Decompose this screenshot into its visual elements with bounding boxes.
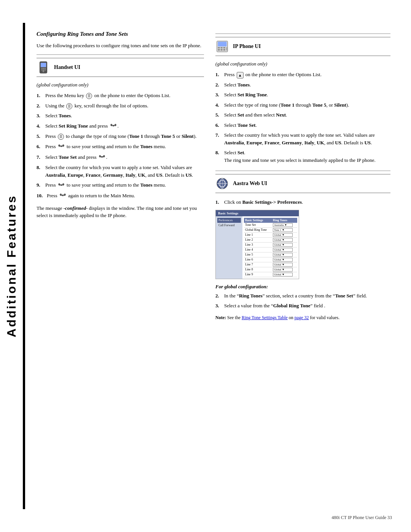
table-cell-label: Line 6 bbox=[244, 257, 272, 262]
handset-press-icon-4 bbox=[110, 123, 117, 130]
handset-step-10: 10. Press again to return to the Main Me… bbox=[37, 192, 204, 200]
table-cell-label: Line 7 bbox=[244, 262, 272, 267]
table-cell-label: Line 4 bbox=[244, 247, 272, 252]
table-cell-label: Tone Set bbox=[244, 223, 272, 228]
note-block: Note: See the Ring Tone Settings Table o… bbox=[215, 314, 390, 321]
web-screenshot-body: Preferences Call Forward Basic Settings … bbox=[216, 216, 299, 279]
table-cell-value: Global ▼ bbox=[272, 267, 297, 272]
handset-config-note: (global configuration only) bbox=[37, 82, 204, 88]
table-cell-label: Line 3 bbox=[244, 242, 272, 247]
table-row: Line 8 Global ▼ bbox=[244, 267, 297, 272]
table-cell-label: Line 2 bbox=[244, 237, 272, 242]
aastra-step-3: 3. Select a value from the “Global Ring … bbox=[215, 302, 390, 310]
table-cell-label: Global Ring Tone bbox=[244, 227, 272, 232]
svg-rect-8 bbox=[45, 70, 45, 70]
ip-phone-device-icon bbox=[216, 40, 228, 53]
ip-step-2: 2. Select Tones. bbox=[215, 81, 390, 89]
handset-message-block: The message -confirmed- displays in the … bbox=[37, 204, 204, 219]
handset-device-icon bbox=[37, 61, 49, 73]
table-cell-value: Tone 1 ▼ bbox=[272, 227, 297, 232]
svg-rect-15 bbox=[218, 42, 226, 46]
section-title: Configuring Ring Tones and Tone Sets bbox=[37, 30, 204, 38]
ring-tone-settings-link[interactable]: Ring Tone Settings Table bbox=[242, 315, 288, 320]
ip-phone-steps-list: 1. Press ▲ on the phone to enter the Opt… bbox=[215, 71, 390, 164]
svg-point-2 bbox=[43, 70, 45, 72]
svg-rect-13 bbox=[62, 195, 64, 196]
aastra-device-icon bbox=[216, 177, 228, 190]
table-header-settings: Basic Settings bbox=[244, 218, 272, 223]
options-icon: ▲ bbox=[237, 72, 244, 78]
svg-rect-12 bbox=[61, 184, 62, 186]
ip-step-5: 5. Select Set and then select Next. bbox=[215, 111, 390, 119]
handset-step-7: 7. Select Tone Set and press . bbox=[37, 153, 204, 161]
divider-aastra bbox=[215, 171, 390, 171]
svg-rect-4 bbox=[43, 68, 44, 69]
table-cell-label: Line 9 bbox=[244, 272, 272, 277]
nav-key-icon: ☰ bbox=[66, 103, 72, 109]
aastra-web-ui-header: Aastra Web UI bbox=[215, 174, 390, 193]
page-container: Additional Features Configuring Ring Ton… bbox=[0, 0, 411, 532]
svg-rect-9 bbox=[113, 125, 114, 126]
svg-rect-20 bbox=[221, 49, 223, 51]
ip-step-3: 3. Select Set Ring Tone. bbox=[215, 91, 390, 99]
table-row: Line 4 Global ▼ bbox=[244, 247, 297, 252]
web-screenshot-header: Basic Settings bbox=[216, 210, 299, 216]
table-cell-value: Global ▼ bbox=[272, 262, 297, 267]
ip-step-7: 7. Select the country for which you want… bbox=[215, 131, 390, 146]
handset-ui-title: Handset UI bbox=[54, 64, 80, 70]
svg-rect-18 bbox=[223, 47, 225, 49]
aastra-steps-before: 1. Click on Basic Settings-> Preferences… bbox=[215, 198, 390, 206]
handset-ui-icon bbox=[37, 61, 50, 74]
handset-step-2: 2. Using the ☰ key, scroll through the l… bbox=[37, 102, 204, 110]
handset-step-1: 1. Press the Menu key ☰ on the phone to … bbox=[37, 92, 204, 99]
svg-rect-5 bbox=[45, 68, 45, 69]
nav-call-forward: Call Forward bbox=[217, 223, 241, 228]
handset-icon-6 bbox=[58, 143, 65, 151]
handset-step-4: 4. Select Set Ring Tone and press . bbox=[37, 122, 204, 130]
web-screenshot: Basic Settings Preferences Call Forward … bbox=[215, 210, 299, 279]
ip-phone-icon bbox=[215, 40, 229, 53]
nav-preferences: Preferences bbox=[217, 218, 241, 223]
table-cell-value: Global ▼ bbox=[272, 257, 297, 262]
table-cell-value: Global ▼ bbox=[272, 242, 297, 247]
menu-key-icon: ☰ bbox=[86, 93, 92, 99]
table-cell-label: Line 8 bbox=[244, 267, 272, 272]
table-cell-value: Global ▼ bbox=[272, 272, 297, 277]
svg-rect-22 bbox=[226, 47, 228, 51]
web-settings-table: Basic Settings Ring Tones Tone Set Austr… bbox=[244, 218, 297, 277]
svg-rect-1 bbox=[41, 63, 46, 67]
web-screenshot-main-area: Basic Settings Ring Tones Tone Set Austr… bbox=[242, 216, 299, 279]
section-intro: Use the following procedures to configur… bbox=[37, 42, 204, 50]
ip-step-1: 1. Press ▲ on the phone to enter the Opt… bbox=[215, 71, 390, 78]
table-row: Line 3 Global ▼ bbox=[244, 242, 297, 247]
left-column: Configuring Ring Tones and Tone Sets Use… bbox=[37, 30, 204, 502]
handset-step-9: 9. Press to save your setting and return… bbox=[37, 181, 204, 189]
table-row: Global Ring Tone Tone 1 ▼ bbox=[244, 227, 297, 232]
ip-step-8: 8. Select Set. The ring tone and tone se… bbox=[215, 149, 390, 164]
aastra-step-1: 1. Click on Basic Settings-> Preferences… bbox=[215, 198, 390, 206]
svg-rect-6 bbox=[41, 70, 42, 70]
ip-step-4: 4. Select the type of ring tone (Tone 1 … bbox=[215, 101, 390, 109]
for-global-label: For global configuration: bbox=[215, 284, 390, 290]
handset-step-8: 8. Select the country for which you want… bbox=[37, 164, 204, 179]
web-screenshot-nav: Preferences Call Forward bbox=[216, 216, 242, 279]
svg-rect-7 bbox=[43, 70, 44, 70]
table-cell-label: Line 1 bbox=[244, 232, 272, 237]
table-row: Tone Set Australia ▼ bbox=[244, 223, 297, 228]
table-cell-value: Australia ▼ bbox=[272, 223, 297, 228]
svg-rect-17 bbox=[221, 47, 223, 49]
svg-rect-16 bbox=[218, 47, 220, 49]
svg-rect-21 bbox=[223, 49, 225, 51]
handset-icon-10 bbox=[59, 192, 66, 200]
table-cell-label: Line 5 bbox=[244, 252, 272, 257]
table-row: Line 1 Global ▼ bbox=[244, 232, 297, 237]
page-32-link[interactable]: page 32 bbox=[295, 315, 309, 320]
handset-ui-header: Handset UI bbox=[37, 58, 204, 77]
handset-step-3: 3. Select Tones. bbox=[37, 112, 204, 120]
svg-rect-3 bbox=[41, 68, 42, 69]
handset-step-6: 6. Press to save your setting and return… bbox=[37, 143, 204, 151]
main-content: Configuring Ring Tones and Tone Sets Use… bbox=[25, 23, 411, 509]
table-row: Line 2 Global ▼ bbox=[244, 237, 297, 242]
table-cell-value: Global ▼ bbox=[272, 237, 297, 242]
svg-rect-11 bbox=[101, 156, 103, 158]
